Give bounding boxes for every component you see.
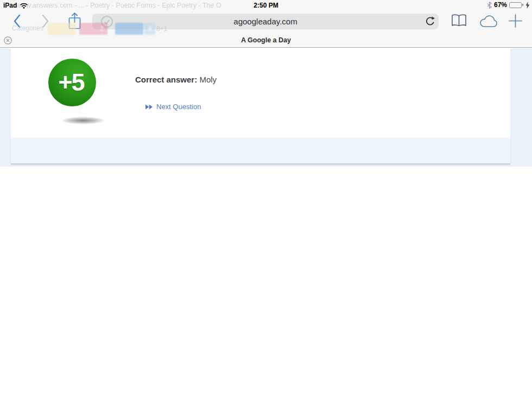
- browser-toolbar: agoogleaday.com: [0, 11, 532, 33]
- share-button[interactable]: [68, 12, 81, 29]
- close-icon: [4, 36, 12, 45]
- next-question-link[interactable]: Next Question: [145, 103, 201, 111]
- bookmarks-icon: [451, 14, 467, 27]
- result-card: +5 Correct answer: Moly Next Question: [11, 48, 510, 137]
- back-button[interactable]: [13, 14, 21, 28]
- next-question-label: Next Question: [156, 103, 201, 111]
- active-tab-title[interactable]: A Google a Day: [241, 36, 291, 44]
- back-icon: [13, 14, 21, 28]
- status-right: 67%: [487, 1, 530, 9]
- refresh-icon: [426, 16, 435, 27]
- plus-icon: [508, 14, 523, 28]
- cloud-icon: [479, 15, 498, 28]
- refresh-button[interactable]: [426, 16, 435, 27]
- fast-forward-icon: [145, 104, 153, 110]
- score-badge-value: +5: [58, 68, 86, 97]
- score-badge-shadow: [61, 117, 105, 124]
- battery-icon: [509, 2, 522, 8]
- correct-answer-value: Moly: [199, 75, 217, 84]
- status-bar: iPad 2:50 PM 67%: [0, 0, 532, 11]
- correct-answer-line: Correct answer: Moly: [135, 75, 217, 84]
- page-footer-band: [11, 137, 510, 164]
- close-tab-button[interactable]: [4, 36, 12, 45]
- charging-bolt-icon: [525, 2, 530, 9]
- share-icon: [68, 12, 81, 29]
- ipad-screen: www.answers.com - ... - Poetry - Poetic …: [0, 0, 532, 399]
- bluetooth-icon: [487, 2, 492, 9]
- tab-bar: A Google a Day: [0, 33, 532, 48]
- clock-label: 2:50 PM: [0, 2, 532, 9]
- forward-icon: [41, 14, 49, 28]
- forward-button[interactable]: [41, 14, 49, 28]
- safari-chrome: www.answers.com - ... - Poetry - Poetic …: [0, 0, 532, 48]
- webpage-viewport: +5 Correct answer: Moly Next Question: [0, 48, 532, 399]
- icloud-tabs-button[interactable]: [479, 15, 498, 28]
- bookmarks-button[interactable]: [451, 14, 467, 27]
- url-text: agoogleaday.com: [233, 17, 297, 26]
- battery-tip: [522, 4, 523, 6]
- address-bar[interactable]: agoogleaday.com: [92, 14, 439, 29]
- new-tab-button[interactable]: [508, 14, 523, 28]
- battery-percent-label: 67%: [494, 1, 507, 9]
- correct-answer-label: Correct answer:: [135, 75, 197, 84]
- score-badge: +5: [48, 59, 96, 106]
